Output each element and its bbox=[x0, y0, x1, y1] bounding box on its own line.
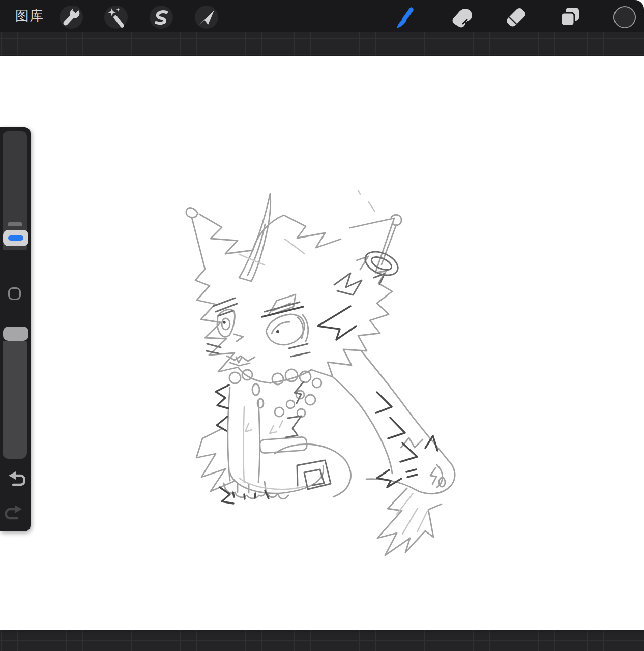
brush-size-previous-tick bbox=[8, 222, 22, 226]
transform-arrow-icon bbox=[195, 6, 218, 29]
undo-button[interactable] bbox=[5, 470, 25, 488]
opacity-slider[interactable] bbox=[3, 341, 27, 459]
layers-icon bbox=[558, 6, 581, 29]
color-swatch-circle bbox=[613, 5, 636, 29]
modify-button[interactable] bbox=[8, 287, 21, 300]
opacity-handle[interactable] bbox=[3, 327, 28, 341]
selection-tool-button[interactable] bbox=[150, 6, 173, 29]
app-screen: 图库 bbox=[0, 0, 644, 651]
selection-s-icon bbox=[150, 6, 173, 29]
layers-tool-button[interactable] bbox=[558, 6, 581, 29]
brush-sidebar bbox=[0, 127, 31, 531]
eraser-icon bbox=[504, 6, 528, 29]
paint-tool-button-active[interactable] bbox=[394, 6, 417, 29]
smudge-finger-icon bbox=[449, 6, 473, 29]
actions-tool-button[interactable] bbox=[60, 6, 83, 29]
adjustments-tool-button[interactable] bbox=[104, 6, 128, 29]
redo-button[interactable] bbox=[5, 504, 25, 522]
transform-tool-button[interactable] bbox=[195, 6, 218, 29]
color-swatch-button[interactable] bbox=[613, 6, 636, 29]
erase-tool-button[interactable] bbox=[504, 6, 528, 29]
gallery-button[interactable]: 图库 bbox=[15, 0, 44, 32]
pencil-sketch-cat-dragon bbox=[0, 56, 644, 630]
redo-arrow-icon bbox=[5, 504, 25, 522]
paintbrush-icon bbox=[394, 5, 417, 29]
undo-arrow-icon bbox=[5, 470, 25, 488]
brush-size-value-bar bbox=[8, 235, 23, 241]
brush-size-handle[interactable] bbox=[3, 230, 28, 246]
wrench-icon bbox=[60, 6, 83, 29]
top-toolbar: 图库 bbox=[0, 0, 644, 32]
magic-wand-icon bbox=[104, 6, 128, 29]
smudge-tool-button[interactable] bbox=[449, 6, 473, 29]
